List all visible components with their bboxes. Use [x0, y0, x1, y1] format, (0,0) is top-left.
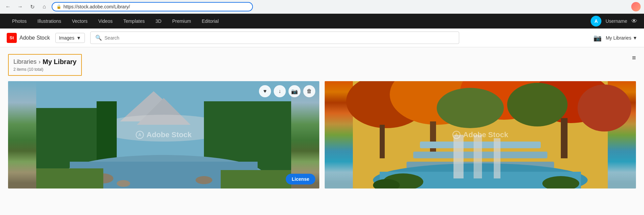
chevron-down-icon: ▼ [76, 35, 81, 41]
my-libraries-button[interactable]: My Libraries ▼ [606, 35, 637, 41]
my-libraries-chevron: ▼ [633, 35, 637, 41]
image-grid: ♥ ↓ 📷 🗑 A Adobe Stock License [8, 81, 636, 189]
adobe-watermark-logo-2: A [452, 131, 461, 139]
nav-item-photos[interactable]: Photos [7, 14, 32, 29]
nav-item-illustrations[interactable]: Illustrations [32, 14, 67, 29]
back-button[interactable]: ← [3, 2, 13, 11]
user-avatar[interactable]: A [591, 16, 601, 26]
browser-right-controls [631, 2, 641, 11]
browser-toolbar: ← → ↻ ⌂ 🔒 [0, 0, 644, 13]
forest-image-bottom: License [8, 170, 319, 189]
secure-icon: 🔒 [56, 4, 61, 9]
waterfall-watermark: A Adobe Stock [452, 130, 508, 139]
adobe-logo: St Adobe Stock [7, 33, 50, 43]
stock-header: St Adobe Stock Images ▼ 🔍 📷 My Libraries… [0, 29, 644, 47]
page-content: Libraries › My Library 2 items (10 total… [0, 47, 644, 215]
search-type-dropdown[interactable]: Images ▼ [55, 33, 85, 43]
forest-overlay: ♥ ↓ 📷 🗑 A Adobe Stock License [8, 81, 319, 189]
favorite-button[interactable]: ♥ [259, 85, 271, 97]
address-bar[interactable]: 🔒 [52, 2, 253, 11]
nav-right: A Username 👁 [591, 16, 637, 26]
browser-chrome: ← → ↻ ⌂ 🔒 [0, 0, 644, 14]
search-bar[interactable]: 🔍 [90, 32, 459, 44]
license-button[interactable]: License [286, 174, 315, 184]
watermark-text: Adobe Stock [147, 130, 192, 139]
adobe-stock-brand: Adobe Stock [19, 35, 50, 41]
header-right: 📷 My Libraries ▼ [593, 34, 637, 42]
image-card-forest[interactable]: ♥ ↓ 📷 🗑 A Adobe Stock License [8, 81, 319, 189]
nav-item-editorial[interactable]: Editorial [196, 14, 224, 29]
forest-image-actions: ♥ ↓ 📷 🗑 [8, 81, 319, 101]
items-count: 2 items (10 total) [13, 67, 76, 72]
breadcrumb-box: Libraries › My Library 2 items (10 total… [8, 54, 82, 76]
waterfall-image-actions [325, 81, 636, 89]
breadcrumb-separator: › [39, 58, 41, 65]
menu-icon[interactable]: ≡ [632, 54, 636, 62]
adobe-watermark-logo: A [136, 131, 144, 139]
nav-item-videos[interactable]: Videos [93, 14, 118, 29]
search-input[interactable] [105, 35, 454, 41]
adobe-st-badge: St [7, 33, 17, 43]
nav-item-premium[interactable]: Premium [167, 14, 196, 29]
download-button[interactable]: ↓ [274, 85, 286, 97]
search-type-label: Images [59, 35, 74, 41]
browser-avatar [631, 2, 641, 11]
breadcrumb-current: My Library [43, 58, 76, 66]
camera-search-icon[interactable]: 📷 [593, 34, 602, 42]
nav-item-templates[interactable]: Templates [118, 14, 150, 29]
nav-username: Username [605, 18, 627, 24]
stock-navigation: Photos Illustrations Vectors Videos Temp… [0, 14, 644, 29]
my-libraries-label: My Libraries [606, 35, 631, 41]
forest-watermark: A Adobe Stock [136, 130, 192, 139]
forward-button[interactable]: → [15, 2, 25, 11]
breadcrumb-row: Libraries › My Library [13, 58, 76, 66]
url-input[interactable] [63, 4, 248, 9]
waterfall-overlay: A Adobe Stock [325, 81, 636, 189]
breadcrumb-parent[interactable]: Libraries [13, 58, 37, 65]
find-similar-button[interactable]: 📷 [288, 85, 301, 97]
delete-button[interactable]: 🗑 [303, 85, 315, 97]
watermark-text-2: Adobe Stock [463, 130, 508, 139]
search-icon: 🔍 [95, 35, 102, 41]
waterfall-image-bottom [325, 180, 636, 189]
nav-item-3d[interactable]: 3D [150, 14, 167, 29]
eye-icon[interactable]: 👁 [631, 18, 637, 25]
reload-button[interactable]: ↻ [28, 2, 37, 11]
nav-item-vectors[interactable]: Vectors [66, 14, 93, 29]
home-button[interactable]: ⌂ [40, 2, 49, 11]
breadcrumb-section: Libraries › My Library 2 items (10 total… [8, 54, 636, 76]
image-card-waterfall[interactable]: A Adobe Stock [325, 81, 636, 189]
